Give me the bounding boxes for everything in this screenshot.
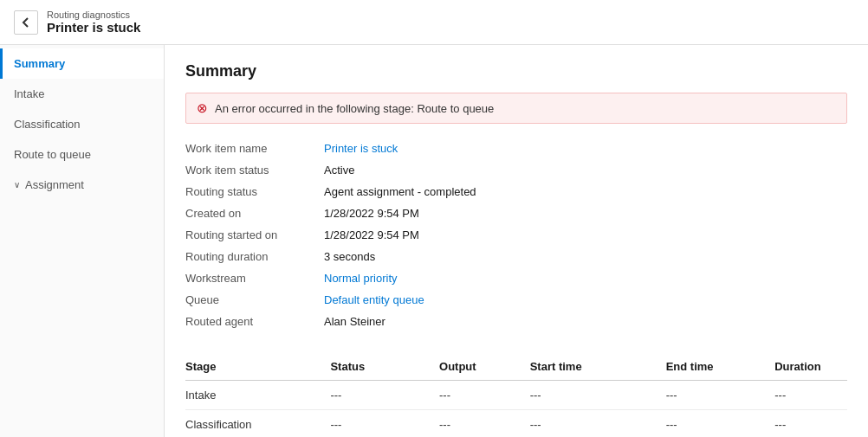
start-time-cell: ---	[530, 381, 666, 410]
info-row-routing-started-on: Routing started on 1/28/2022 9:54 PM	[185, 224, 847, 246]
sidebar-label-summary: Summary	[14, 57, 65, 70]
info-label-work-item-status: Work item status	[185, 164, 324, 177]
info-label-routing-status: Routing status	[185, 185, 324, 198]
info-value-queue[interactable]: Default entity queue	[324, 293, 424, 306]
info-label-routed-agent: Routed agent	[185, 315, 324, 328]
info-label-workstream: Workstream	[185, 272, 324, 285]
th-status: Status	[330, 353, 439, 381]
page-header: Routing diagnostics Printer is stuck	[0, 0, 868, 45]
output-cell: ---	[439, 381, 530, 410]
output-cell: ---	[439, 410, 530, 438]
header-title: Printer is stuck	[47, 20, 140, 35]
info-row-routing-status: Routing status Agent assignment - comple…	[185, 181, 847, 202]
th-start-time: Start time	[530, 353, 666, 381]
sidebar-label-classification: Classification	[14, 118, 81, 131]
sidebar-item-summary[interactable]: Summary	[0, 48, 164, 79]
end-time-cell: ---	[666, 410, 775, 438]
info-value-routed-agent: Alan Steiner	[324, 315, 385, 328]
table-row: Classification---------------	[185, 410, 847, 438]
sidebar-label-intake: Intake	[14, 87, 44, 100]
info-value-routing-duration: 3 seconds	[324, 250, 375, 263]
info-label-work-item-name: Work item name	[185, 142, 324, 155]
info-label-created-on: Created on	[185, 207, 324, 220]
info-value-created-on: 1/28/2022 9:54 PM	[324, 207, 419, 220]
info-value-routing-status: Agent assignment - completed	[324, 185, 476, 198]
error-banner: ⊗ An error occurred in the following sta…	[185, 93, 847, 124]
error-circle-icon: ⊗	[197, 100, 208, 116]
header-text: Routing diagnostics Printer is stuck	[47, 10, 140, 35]
info-value-work-item-name[interactable]: Printer is stuck	[324, 142, 398, 155]
sidebar-item-assignment[interactable]: ∨ Assignment	[0, 170, 164, 200]
sidebar: Summary Intake Classification Route to q…	[0, 45, 165, 437]
th-output: Output	[439, 353, 530, 381]
page-title: Summary	[185, 62, 847, 80]
sidebar-item-classification[interactable]: Classification	[0, 109, 164, 139]
end-time-cell: ---	[666, 381, 775, 410]
info-label-queue: Queue	[185, 293, 324, 306]
info-table: Work item name Printer is stuck Work ite…	[185, 138, 847, 332]
info-label-routing-started-on: Routing started on	[185, 228, 324, 241]
start-time-cell: ---	[530, 410, 666, 438]
info-row-work-item-status: Work item status Active	[185, 159, 847, 181]
th-duration: Duration	[774, 353, 847, 381]
status-cell: ---	[330, 381, 439, 410]
stage-cell: Intake	[185, 381, 330, 410]
info-row-routed-agent: Routed agent Alan Steiner	[185, 311, 847, 332]
duration-cell: ---	[774, 410, 847, 438]
sidebar-item-intake[interactable]: Intake	[0, 79, 164, 109]
status-cell: ---	[330, 410, 439, 438]
info-value-workstream[interactable]: Normal priority	[324, 272, 398, 285]
sidebar-label-route-to-queue: Route to queue	[14, 148, 91, 161]
info-value-routing-started-on: 1/28/2022 9:54 PM	[324, 228, 419, 241]
th-stage: Stage	[185, 353, 330, 381]
duration-cell: ---	[774, 381, 847, 410]
info-row-queue: Queue Default entity queue	[185, 289, 847, 311]
sidebar-item-route-to-queue[interactable]: Route to queue	[0, 139, 164, 170]
back-button[interactable]	[14, 10, 38, 35]
layout: Summary Intake Classification Route to q…	[0, 45, 868, 437]
info-value-work-item-status: Active	[324, 164, 354, 177]
chevron-down-icon: ∨	[14, 180, 20, 190]
stage-cell: Classification	[185, 410, 330, 438]
info-row-work-item-name: Work item name Printer is stuck	[185, 138, 847, 159]
info-label-routing-duration: Routing duration	[185, 250, 324, 263]
main-content: Summary ⊗ An error occurred in the follo…	[165, 45, 868, 437]
header-subtitle: Routing diagnostics	[47, 10, 140, 20]
info-row-workstream: Workstream Normal priority	[185, 267, 847, 289]
th-end-time: End time	[666, 353, 775, 381]
stage-table: Stage Status Output Start time End time …	[185, 353, 847, 437]
info-row-routing-duration: Routing duration 3 seconds	[185, 246, 847, 267]
info-row-created-on: Created on 1/28/2022 9:54 PM	[185, 202, 847, 224]
error-banner-text: An error occurred in the following stage…	[215, 102, 494, 115]
table-row: Intake---------------	[185, 381, 847, 410]
sidebar-label-assignment: Assignment	[25, 178, 84, 191]
